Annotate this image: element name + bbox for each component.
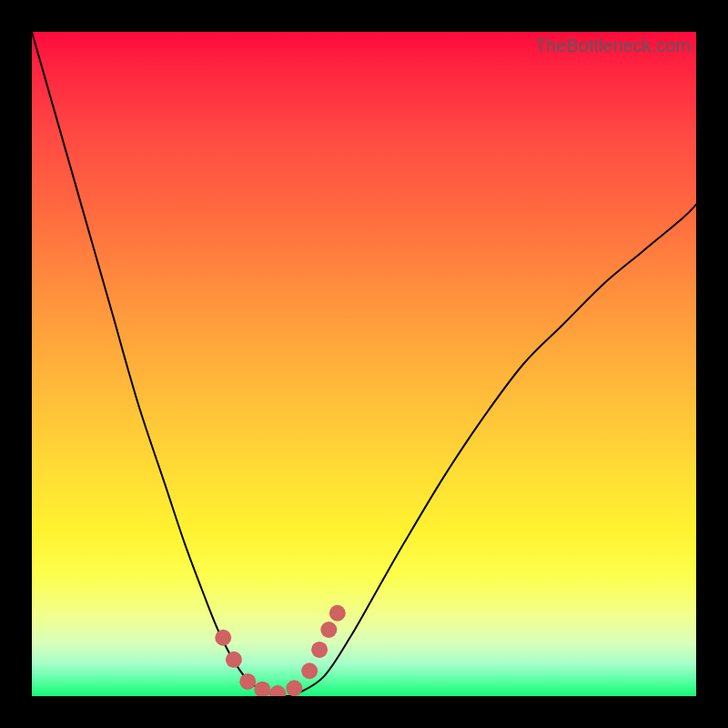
marker-dot — [226, 652, 242, 668]
marker-dot — [311, 642, 328, 658]
marker-dot — [215, 630, 231, 646]
plot-area: TheBottleneck.com — [32, 32, 696, 696]
marker-dot — [301, 662, 318, 679]
marker-dot — [239, 673, 256, 690]
marker-dot — [269, 685, 286, 696]
marker-dot — [320, 622, 337, 638]
highlight-markers — [215, 605, 346, 696]
marker-dot — [254, 682, 270, 696]
bottleneck-curve — [32, 32, 696, 696]
marker-dot — [329, 605, 346, 622]
marker-dot — [286, 680, 302, 696]
chart-overlay — [32, 32, 696, 696]
chart-container: TheBottleneck.com — [0, 0, 728, 728]
